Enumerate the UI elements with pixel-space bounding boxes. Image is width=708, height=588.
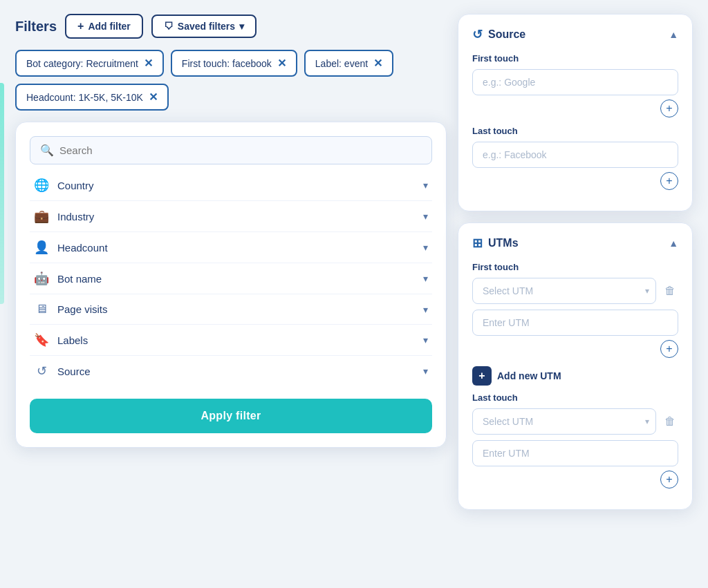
chevron-down-icon: ▾ xyxy=(423,334,428,345)
source-icon: ↺ xyxy=(472,27,483,42)
source-last-touch-label: Last touch xyxy=(472,126,678,136)
main-container: Filters + Add filter ⛉ Saved filters ▾ B… xyxy=(15,14,693,510)
right-panel: ↺ Source ▲ First touch + Last touch + ⊞ … xyxy=(458,14,693,510)
utms-first-delete-button[interactable]: 🗑 xyxy=(662,282,678,300)
chevron-down-icon: ▾ xyxy=(423,366,428,377)
utms-first-select[interactable]: Select UTM xyxy=(472,278,656,304)
search-box: 🔍 xyxy=(30,136,432,164)
utms-first-select-row: Select UTM 🗑 xyxy=(472,278,678,304)
utms-last-delete-button[interactable]: 🗑 xyxy=(662,412,678,430)
remove-tag-headcount[interactable]: ✕ xyxy=(149,91,158,104)
utms-first-enter-input[interactable] xyxy=(472,310,678,336)
briefcase-icon: 💼 xyxy=(34,209,49,224)
search-input[interactable] xyxy=(59,144,422,156)
filter-tags: Bot category: Recruitment ✕ First touch:… xyxy=(15,50,447,111)
utms-card: ⊞ UTMs ▲ First touch Select UTM 🗑 + xyxy=(458,222,693,510)
source-last-touch-input[interactable] xyxy=(472,142,678,168)
filter-tag-label-event[interactable]: Label: event ✕ xyxy=(304,50,393,77)
chevron-down-icon: ▾ xyxy=(423,180,428,191)
teal-accent-bar xyxy=(0,83,4,304)
utms-first-touch-label: First touch xyxy=(472,262,678,272)
bookmark-icon: 🔖 xyxy=(34,332,49,348)
filters-title: Filters xyxy=(15,19,57,35)
add-filter-button[interactable]: + Add filter xyxy=(65,14,143,39)
utms-last-touch-label: Last touch xyxy=(472,392,678,403)
filter-tag-label: Label: event xyxy=(315,58,368,69)
apply-filter-button[interactable]: Apply filter xyxy=(30,399,432,433)
filter-tag-label: First touch: facebook xyxy=(182,58,272,69)
remove-tag-bot-category[interactable]: ✕ xyxy=(144,57,153,70)
filter-item-label: Page visits xyxy=(57,303,108,315)
utms-first-select-wrapper: Select UTM xyxy=(472,278,656,304)
add-filter-label: Add filter xyxy=(88,21,130,32)
list-item-page-visits[interactable]: 🖥 Page visits ▾ xyxy=(30,294,432,325)
filter-tag-label: Bot category: Recruitment xyxy=(26,58,138,69)
source-collapse-button[interactable]: ▲ xyxy=(669,29,678,40)
bot-icon: 🤖 xyxy=(34,271,49,286)
add-new-utm-label: Add new UTM xyxy=(497,370,561,381)
filters-header: Filters + Add filter ⛉ Saved filters ▾ xyxy=(15,14,447,39)
filter-tag-label: Headcount: 1K-5K, 5K-10K xyxy=(26,92,143,103)
utms-last-select-row: Select UTM 🗑 xyxy=(472,408,678,435)
add-utm-plus-icon: + xyxy=(472,366,492,386)
utms-last-enter-input[interactable] xyxy=(472,440,678,466)
filter-tag-first-touch[interactable]: First touch: facebook ✕ xyxy=(171,50,297,77)
utms-title-label: UTMs xyxy=(488,237,519,249)
utms-card-title: ⊞ UTMs xyxy=(472,236,519,251)
chevron-down-icon: ▾ xyxy=(239,21,244,32)
utms-first-add-button[interactable]: + xyxy=(660,340,678,358)
list-item-labels[interactable]: 🔖 Labels ▾ xyxy=(30,325,432,356)
left-panel: Filters + Add filter ⛉ Saved filters ▾ B… xyxy=(15,14,447,510)
person-icon: 👤 xyxy=(34,240,49,255)
utms-collapse-button[interactable]: ▲ xyxy=(669,238,678,249)
source-first-touch-add-button[interactable]: + xyxy=(660,99,678,117)
filter-tag-headcount[interactable]: Headcount: 1K-5K, 5K-10K ✕ xyxy=(15,84,169,111)
filter-item-label: Country xyxy=(57,180,94,191)
chevron-down-icon: ▾ xyxy=(423,211,428,222)
chevron-down-icon: ▾ xyxy=(423,242,428,253)
filter-item-label: Labels xyxy=(57,334,88,346)
globe-icon: 🌐 xyxy=(34,178,49,193)
chevron-down-icon: ▾ xyxy=(423,273,428,284)
funnel-icon: ⛉ xyxy=(164,21,174,32)
source-card: ↺ Source ▲ First touch + Last touch + xyxy=(458,14,693,211)
list-item-bot-name[interactable]: 🤖 Bot name ▾ xyxy=(30,263,432,294)
plus-icon: + xyxy=(77,20,84,32)
source-title-label: Source xyxy=(488,28,525,41)
filter-dropdown-panel: 🔍 🌐 Country ▾ 💼 Industry ▾ xyxy=(15,122,447,448)
utms-last-select[interactable]: Select UTM xyxy=(472,408,656,435)
saved-filters-label: Saved filters xyxy=(178,21,235,32)
utms-last-add-button[interactable]: + xyxy=(660,471,678,489)
source-first-touch-label: First touch xyxy=(472,53,678,64)
source-card-header: ↺ Source ▲ xyxy=(472,27,678,42)
saved-filters-button[interactable]: ⛉ Saved filters ▾ xyxy=(151,15,257,38)
search-icon: 🔍 xyxy=(40,144,54,157)
filter-item-label: Headcount xyxy=(57,242,108,254)
source-first-touch-input[interactable] xyxy=(472,69,678,95)
filter-item-label: Source xyxy=(57,366,91,377)
chevron-down-icon: ▾ xyxy=(423,304,428,315)
list-item-industry[interactable]: 💼 Industry ▾ xyxy=(30,201,432,232)
filter-item-label: Bot name xyxy=(57,273,102,285)
utms-card-header: ⊞ UTMs ▲ xyxy=(472,236,678,251)
add-new-utm-button[interactable]: + Add new UTM xyxy=(472,366,561,386)
monitor-icon: 🖥 xyxy=(34,302,49,316)
remove-tag-first-touch[interactable]: ✕ xyxy=(277,57,286,70)
source-last-touch-add-button[interactable]: + xyxy=(660,172,678,190)
filter-item-label: Industry xyxy=(57,211,94,222)
list-item-source[interactable]: ↺ Source ▾ xyxy=(30,356,432,386)
source-icon: ↺ xyxy=(34,363,49,379)
remove-tag-label-event[interactable]: ✕ xyxy=(373,57,382,70)
list-item-country[interactable]: 🌐 Country ▾ xyxy=(30,170,432,201)
list-item-headcount[interactable]: 👤 Headcount ▾ xyxy=(30,232,432,263)
utms-icon: ⊞ xyxy=(472,236,483,251)
source-card-title: ↺ Source xyxy=(472,27,525,42)
utms-last-select-wrapper: Select UTM xyxy=(472,408,656,435)
filter-tag-bot-category[interactable]: Bot category: Recruitment ✕ xyxy=(15,50,164,77)
